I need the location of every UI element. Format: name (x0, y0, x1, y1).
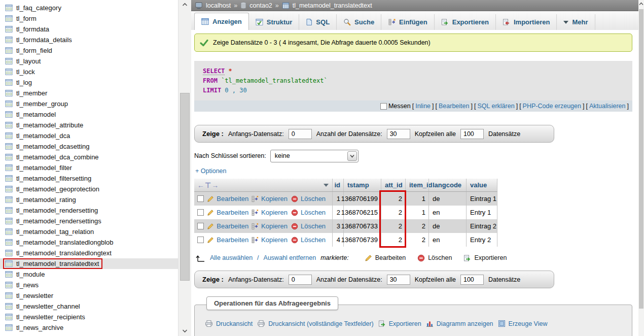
sidebar-table-item[interactable]: tl_metamodel_filter (0, 162, 178, 173)
row-count-input[interactable] (387, 275, 410, 285)
scroll-up-icon[interactable] (638, 2, 644, 6)
tab-import[interactable]: Importieren (496, 14, 557, 30)
column-header-att-id[interactable]: att_id (381, 179, 405, 191)
row-delete-button[interactable]: Löschen (291, 222, 329, 230)
breadcrumb-database[interactable]: contao2 (249, 2, 272, 9)
tab-structure[interactable]: Struktur (249, 14, 300, 30)
scroll-up-icon[interactable] (178, 3, 191, 7)
sidebar-table-item[interactable]: tl_news (0, 280, 178, 290)
options-toggle-link[interactable]: + Optionen (195, 167, 227, 175)
row-delete-button[interactable]: Löschen (291, 195, 329, 203)
page-scrollbar-thumb[interactable] (639, 9, 643, 309)
column-header-tstamp[interactable]: tstamp (343, 179, 381, 191)
sidebar-table-item[interactable]: tl_metamodel_translatedlongtext (0, 248, 178, 258)
sidebar-table-item[interactable]: tl_metamodel_rendersetting (0, 205, 178, 216)
sidebar-table-item[interactable]: tl_metamodel_dca_combine (0, 152, 178, 162)
row-checkbox[interactable] (197, 223, 204, 229)
delete-selected-button[interactable]: Löschen (417, 254, 452, 262)
page-scrollbar[interactable] (638, 0, 644, 336)
sidebar-table-item[interactable]: tl_newsletter (0, 290, 178, 301)
tab-insert[interactable]: Einfügen (381, 14, 435, 30)
row-edit-button[interactable]: Bearbeiten (207, 222, 252, 230)
start-row-input[interactable] (289, 129, 312, 139)
sidebar-table-item[interactable]: tl_metamodel_tag_relation (0, 226, 178, 237)
sidebar-table-item[interactable]: tl_metamodel_dca (0, 130, 178, 141)
sidebar-table-item[interactable]: tl_member_group (0, 98, 178, 109)
explain-sql-link[interactable]: SQL erklären (477, 103, 514, 110)
sidebar-table-item[interactable]: tl_formdata_details (0, 35, 178, 45)
tab-browse[interactable]: Anzeigen (194, 13, 249, 30)
start-row-input[interactable] (289, 275, 312, 285)
cell-att-id: 2 (381, 233, 405, 247)
options-caret-icon[interactable] (324, 184, 329, 187)
column-header-item-id[interactable]: item_id (405, 179, 428, 191)
inline-link[interactable]: Inline (415, 103, 431, 110)
sidebar-table-item[interactable]: tl_module (0, 269, 178, 280)
deselect-all-link[interactable]: Auswahl entfernen (264, 254, 316, 261)
create-view-link[interactable]: Erzeuge View (498, 320, 548, 327)
sidebar-table-item[interactable]: tl_newsletter_recipients (0, 312, 178, 322)
column-header-value[interactable]: value (466, 179, 497, 191)
sidebar-table-item[interactable]: tl_metamodel (0, 109, 178, 120)
row-copy-button[interactable]: Kopieren (252, 236, 291, 244)
sort-direction-glyph[interactable]: ←⊤→ (197, 181, 219, 189)
row-copy-button[interactable]: Kopieren (252, 195, 291, 203)
row-delete-button[interactable]: Löschen (291, 209, 329, 216)
sidebar-table-item[interactable]: tl_faq_category (0, 3, 178, 13)
sidebar-table-item[interactable]: tl_form (0, 13, 178, 24)
sidebar-scrollbar[interactable] (178, 0, 191, 336)
sidebar-table-item[interactable]: tl_formdata (0, 24, 178, 35)
sidebar-table-item[interactable]: tl_news_archive (0, 322, 178, 333)
header-actions-cell[interactable]: ←⊤→ (194, 179, 332, 191)
row-edit-button[interactable]: Bearbeiten (207, 209, 252, 216)
row-checkbox[interactable] (197, 209, 204, 216)
refresh-link[interactable]: Aktualisieren (589, 103, 626, 110)
headers-every-input[interactable] (460, 129, 484, 139)
row-edit-button[interactable]: Bearbeiten (207, 236, 252, 244)
tab-sql[interactable]: SQL (299, 14, 337, 30)
tab-search[interactable]: Suche (337, 14, 381, 30)
profiling-checkbox[interactable] (380, 103, 387, 110)
tab-export[interactable]: Exportieren (435, 14, 496, 30)
sort-key-select[interactable]: keine (270, 150, 359, 162)
row-copy-button[interactable]: Kopieren (252, 222, 291, 230)
column-header-id[interactable]: id (332, 179, 343, 191)
edit-selected-button[interactable]: Bearbeiten (365, 254, 406, 262)
breadcrumb-table[interactable]: tl_metamodel_translatedtext (293, 2, 372, 9)
display-chart-link[interactable]: Diagramm anzeigen (426, 320, 493, 327)
select-chevron-icon[interactable] (347, 151, 357, 161)
export-selected-button[interactable]: Exportieren (463, 254, 507, 262)
sidebar-table-item[interactable]: tl_metamodel_rating (0, 194, 178, 205)
sidebar-table-item[interactable]: tl_lock (0, 66, 178, 77)
row-checkbox[interactable] (197, 237, 204, 243)
php-code-link[interactable]: PHP-Code erzeugen (523, 103, 581, 110)
row-count-input[interactable] (387, 129, 410, 139)
sidebar-table-item[interactable]: tl_metamodel_rendersettings (0, 216, 178, 226)
scroll-down-icon[interactable] (178, 329, 191, 333)
export-results-link[interactable]: Exportieren (378, 320, 421, 327)
select-all-link[interactable]: Alle auswählen (210, 254, 253, 261)
sidebar-table-item[interactable]: tl_form_field (0, 45, 178, 56)
sidebar-table-item[interactable]: tl_metamodel_translatedlongblob (0, 237, 178, 248)
sidebar-table-item[interactable]: tl_newsletter_channel (0, 301, 178, 312)
sidebar-table-item[interactable]: tl_log (0, 77, 178, 88)
sidebar-table-item[interactable]: tl_metamodel_translatedtext (0, 258, 178, 269)
headers-every-input[interactable] (460, 275, 484, 285)
print-view-full-link[interactable]: Druckansicht (vollständige Textfelder) (257, 320, 374, 327)
sidebar-scrollbar-thumb[interactable] (180, 93, 190, 281)
row-copy-button[interactable]: Kopieren (252, 209, 291, 216)
tab-more[interactable]: Mehr (557, 14, 595, 30)
sidebar-table-item[interactable]: tl_metamodel_filtersetting (0, 173, 178, 184)
print-view-link[interactable]: Druckansicht (205, 320, 253, 327)
sidebar-table-item[interactable]: tl_metamodel_dcasetting (0, 141, 178, 152)
sidebar-table-item[interactable]: tl_metamodel_attribute (0, 120, 178, 130)
sidebar-table-item[interactable]: tl_metamodel_geoprotection (0, 184, 178, 194)
edit-query-link[interactable]: Bearbeiten (439, 103, 469, 110)
row-delete-button[interactable]: Löschen (291, 236, 329, 244)
sidebar-table-item[interactable]: tl_layout (0, 56, 178, 66)
column-header-langcode[interactable]: langcode (428, 179, 466, 191)
sidebar-table-item[interactable]: tl_member (0, 88, 178, 98)
row-edit-button[interactable]: Bearbeiten (207, 195, 252, 203)
breadcrumb-server[interactable]: localhost (206, 2, 231, 9)
row-checkbox[interactable] (197, 195, 204, 202)
